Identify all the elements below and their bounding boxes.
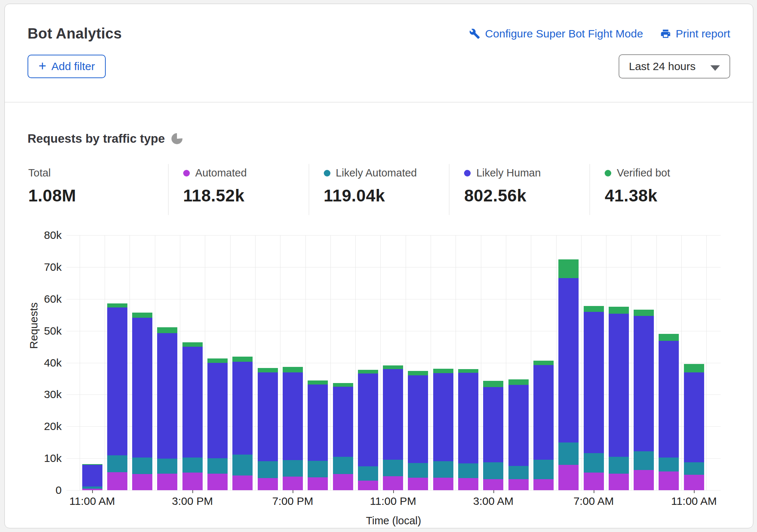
bar-segment[interactable] bbox=[82, 487, 102, 489]
bar-segment[interactable] bbox=[659, 471, 679, 490]
bar-segment[interactable] bbox=[207, 474, 228, 490]
bar-segment[interactable] bbox=[333, 457, 353, 474]
bar-segment[interactable] bbox=[383, 369, 403, 460]
bar-segment[interactable] bbox=[433, 461, 453, 478]
bar-segment[interactable] bbox=[558, 465, 579, 491]
bar-segment[interactable] bbox=[584, 473, 604, 490]
bar-segment[interactable] bbox=[433, 373, 453, 461]
bar-segment[interactable] bbox=[659, 458, 679, 471]
bar-segment[interactable] bbox=[308, 461, 328, 477]
bar-segment[interactable] bbox=[634, 451, 654, 470]
bar-segment[interactable] bbox=[132, 474, 152, 490]
bar-segment[interactable] bbox=[458, 369, 478, 373]
bar-segment[interactable] bbox=[634, 470, 654, 490]
bar-segment[interactable] bbox=[533, 361, 554, 365]
bar-segment[interactable] bbox=[232, 362, 253, 455]
bar-segment[interactable] bbox=[358, 370, 378, 374]
bar-segment[interactable] bbox=[258, 372, 278, 461]
bar-segment[interactable] bbox=[207, 458, 228, 474]
bar-segment[interactable] bbox=[107, 472, 127, 490]
configure-super-bot-fight-mode-link[interactable]: Configure Super Bot Fight Mode bbox=[469, 28, 643, 40]
bar-segment[interactable] bbox=[408, 371, 428, 375]
bar-segment[interactable] bbox=[483, 479, 503, 490]
bar-segment[interactable] bbox=[483, 381, 503, 387]
bar-segment[interactable] bbox=[157, 474, 177, 490]
bar-segment[interactable] bbox=[258, 368, 278, 372]
bar-segment[interactable] bbox=[483, 387, 503, 462]
bar-segment[interactable] bbox=[132, 313, 152, 318]
bar-segment[interactable] bbox=[182, 347, 203, 457]
stat-automated[interactable]: Automated 118.52k bbox=[168, 164, 309, 215]
bar-segment[interactable] bbox=[333, 383, 353, 387]
bar-segment[interactable] bbox=[408, 478, 428, 490]
bar-segment[interactable] bbox=[659, 341, 679, 458]
bar-segment[interactable] bbox=[659, 334, 679, 340]
bar-segment[interactable] bbox=[584, 453, 604, 473]
bar-segment[interactable] bbox=[558, 278, 579, 442]
bar-segment[interactable] bbox=[258, 478, 278, 490]
bar-segment[interactable] bbox=[107, 303, 127, 307]
bar-segment[interactable] bbox=[533, 460, 554, 479]
add-filter-button[interactable]: + Add filter bbox=[28, 55, 106, 78]
bar-segment[interactable] bbox=[283, 372, 303, 460]
bar-segment[interactable] bbox=[684, 475, 704, 490]
stat-likely-automated[interactable]: Likely Automated 119.04k bbox=[309, 164, 449, 215]
bar-segment[interactable] bbox=[283, 367, 303, 372]
bar-segment[interactable] bbox=[558, 259, 579, 278]
bar-segment[interactable] bbox=[458, 373, 478, 463]
bar-segment[interactable] bbox=[283, 477, 303, 490]
bar-segment[interactable] bbox=[458, 478, 478, 490]
bar-segment[interactable] bbox=[408, 463, 428, 478]
bar-segment[interactable] bbox=[533, 365, 554, 460]
bar-segment[interactable] bbox=[684, 372, 704, 462]
bar-segment[interactable] bbox=[483, 462, 503, 479]
bar-segment[interactable] bbox=[684, 364, 704, 372]
time-range-select[interactable]: Last 24 hours bbox=[619, 54, 730, 79]
bar-segment[interactable] bbox=[308, 385, 328, 461]
bar-segment[interactable] bbox=[558, 442, 579, 465]
bar-segment[interactable] bbox=[358, 481, 378, 490]
bar-segment[interactable] bbox=[182, 473, 203, 490]
print-report-link[interactable]: Print report bbox=[660, 28, 730, 40]
bar-segment[interactable] bbox=[308, 380, 328, 384]
bar-segment[interactable] bbox=[132, 318, 152, 458]
bar-segment[interactable] bbox=[333, 474, 353, 490]
bar-segment[interactable] bbox=[684, 462, 704, 475]
bar-segment[interactable] bbox=[182, 458, 203, 473]
bar-segment[interactable] bbox=[232, 455, 253, 475]
bar-segment[interactable] bbox=[358, 374, 378, 466]
bar-segment[interactable] bbox=[634, 310, 654, 316]
stat-verified-bot[interactable]: Verified bot 41.38k bbox=[590, 164, 730, 215]
bar-segment[interactable] bbox=[433, 478, 453, 490]
bar-segment[interactable] bbox=[458, 463, 478, 478]
bar-segment[interactable] bbox=[107, 307, 127, 455]
bar-segment[interactable] bbox=[508, 385, 529, 466]
bar-segment[interactable] bbox=[508, 479, 529, 490]
bar-segment[interactable] bbox=[508, 466, 529, 479]
bar-segment[interactable] bbox=[433, 369, 453, 373]
bar-segment[interactable] bbox=[308, 477, 328, 490]
bar-segment[interactable] bbox=[634, 316, 654, 451]
bar-segment[interactable] bbox=[408, 375, 428, 463]
bar-segment[interactable] bbox=[157, 459, 177, 474]
bar-segment[interactable] bbox=[609, 307, 629, 313]
bar-segment[interactable] bbox=[584, 312, 604, 453]
bar-segment[interactable] bbox=[157, 327, 177, 333]
bar-segment[interactable] bbox=[182, 342, 203, 347]
bar-segment[interactable] bbox=[383, 460, 403, 476]
bar-segment[interactable] bbox=[508, 379, 529, 385]
bar-segment[interactable] bbox=[533, 479, 554, 490]
bar-segment[interactable] bbox=[207, 363, 228, 458]
bar-segment[interactable] bbox=[609, 457, 629, 474]
bar-segment[interactable] bbox=[609, 314, 629, 457]
bar-segment[interactable] bbox=[283, 460, 303, 476]
bar-segment[interactable] bbox=[107, 455, 127, 472]
bar-segment[interactable] bbox=[82, 464, 102, 465]
bar-segment[interactable] bbox=[207, 358, 228, 363]
bar-segment[interactable] bbox=[358, 466, 378, 481]
bar-segment[interactable] bbox=[609, 474, 629, 490]
bar-segment[interactable] bbox=[157, 333, 177, 459]
bar-segment[interactable] bbox=[383, 365, 403, 369]
bar-segment[interactable] bbox=[82, 465, 102, 487]
plot-area[interactable] bbox=[66, 235, 721, 490]
